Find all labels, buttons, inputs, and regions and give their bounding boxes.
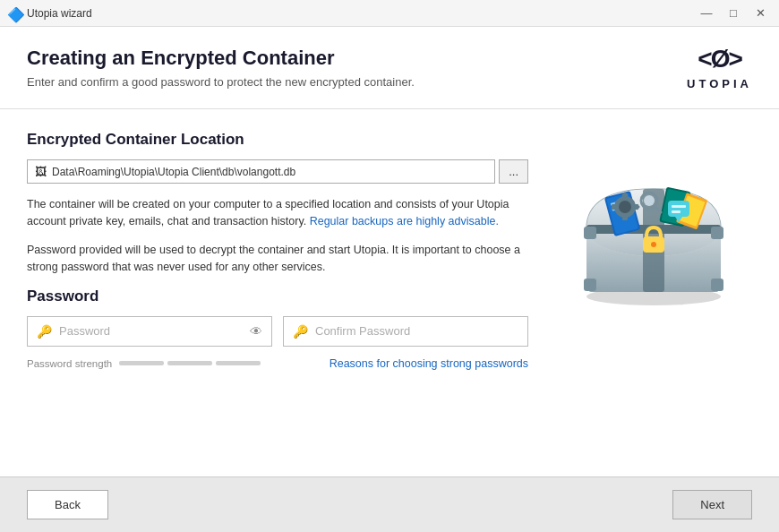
page-subtitle: Enter and confirm a good password to pro…: [27, 75, 415, 89]
strength-bar-3: [216, 361, 261, 365]
title-bar-left: 🔷 Utopia wizard: [7, 6, 92, 21]
file-path-text: Data\Roaming\Utopia\Utopia Client\db\vol…: [52, 166, 295, 178]
maximize-button[interactable]: □: [722, 5, 745, 21]
svg-rect-31: [672, 205, 686, 208]
title-bar: 🔷 Utopia wizard — □ ✕: [0, 0, 779, 27]
eye-icon[interactable]: 👁: [250, 324, 262, 339]
description-1: The container will be created on your co…: [27, 196, 528, 231]
svg-rect-9: [584, 227, 596, 239]
confirm-password-field[interactable]: 🔑: [283, 316, 528, 347]
password-section-title: Password: [27, 287, 528, 305]
header: Creating an Encrypted Container Enter an…: [0, 27, 779, 109]
strength-row: Password strength: [27, 358, 261, 369]
footer: Back Next: [0, 476, 779, 532]
left-panel: Encrypted Container Location 🖼 Data\Roam…: [27, 131, 528, 462]
password-input[interactable]: [59, 324, 243, 338]
svg-rect-29: [668, 201, 689, 217]
back-button[interactable]: Back: [27, 490, 108, 519]
svg-point-22: [619, 201, 631, 213]
right-panel: [555, 131, 752, 462]
page-title: Creating an Encrypted Container: [27, 47, 415, 70]
minimize-button[interactable]: —: [695, 5, 718, 21]
title-bar-title: Utopia wizard: [27, 7, 92, 20]
bottom-bar: Password strength Reasons for choosing s…: [27, 354, 528, 370]
desc-text-2: Password provided will be used to decryp…: [27, 244, 520, 273]
svg-rect-12: [711, 279, 723, 291]
header-logo: <Ø> UTOPIA: [687, 45, 752, 90]
file-path-input[interactable]: 🖼 Data\Roaming\Utopia\Utopia Client\db\v…: [27, 159, 495, 184]
app-icon: 🔷: [7, 6, 21, 21]
password-key-icon: 🔑: [37, 324, 52, 339]
logo-text: UTOPIA: [687, 77, 752, 90]
title-bar-controls[interactable]: — □ ✕: [695, 5, 772, 21]
logo-symbol: <Ø>: [698, 45, 740, 73]
confirm-password-input[interactable]: [315, 324, 518, 338]
password-field[interactable]: 🔑 👁: [27, 316, 272, 347]
file-path-row: 🖼 Data\Roaming\Utopia\Utopia Client\db\v…: [27, 159, 528, 184]
password-row: 🔑 👁 🔑: [27, 316, 528, 347]
svg-rect-11: [584, 279, 596, 291]
confirm-key-icon: 🔑: [293, 324, 308, 339]
reasons-link[interactable]: Reasons for choosing strong passwords: [330, 357, 528, 370]
browse-button[interactable]: ...: [499, 159, 528, 184]
svg-point-8: [651, 242, 656, 247]
next-button[interactable]: Next: [672, 490, 752, 519]
strength-bars: [119, 361, 261, 365]
svg-rect-32: [672, 210, 681, 213]
svg-point-35: [644, 195, 655, 206]
treasure-chest: [564, 140, 743, 301]
container-location-title: Encrypted Container Location: [27, 131, 528, 149]
desc-highlight: Regular backups are highly advisable.: [310, 215, 499, 227]
main-content: Encrypted Container Location 🖼 Data\Roam…: [0, 109, 779, 476]
close-button[interactable]: ✕: [749, 5, 772, 21]
strength-bar-1: [119, 361, 164, 365]
svg-rect-10: [711, 227, 723, 239]
file-icon: 🖼: [35, 165, 47, 178]
strength-label: Password strength: [27, 358, 112, 369]
description-2: Password provided will be used to decryp…: [27, 242, 528, 277]
header-text: Creating an Encrypted Container Enter an…: [27, 47, 415, 89]
svg-rect-24: [622, 214, 628, 220]
strength-bar-2: [167, 361, 212, 365]
svg-rect-25: [612, 204, 618, 210]
